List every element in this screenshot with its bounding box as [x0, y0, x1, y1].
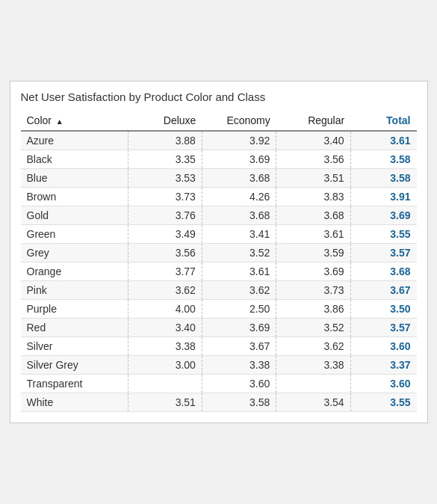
cell-total: 3.57 — [350, 319, 416, 337]
cell-total: 3.58 — [350, 169, 416, 188]
cell-total: 3.55 — [350, 225, 416, 244]
cell-deluxe — [128, 375, 202, 393]
cell-economy: 3.38 — [202, 356, 276, 375]
chart-card: Net User Satisfaction by Product Color a… — [10, 81, 428, 423]
cell-total: 3.69 — [350, 206, 416, 225]
table-row: Brown3.734.263.833.91 — [21, 188, 417, 206]
cell-deluxe: 3.38 — [128, 337, 202, 356]
table-row: Blue3.533.683.513.58 — [21, 169, 417, 188]
cell-color: Black — [21, 150, 128, 169]
cell-deluxe: 4.00 — [128, 300, 202, 319]
cell-total: 3.37 — [350, 356, 416, 375]
cell-color: Orange — [21, 262, 128, 281]
col-header-total[interactable]: Total — [350, 111, 416, 131]
cell-regular: 3.56 — [276, 150, 350, 169]
cell-regular: 3.52 — [276, 319, 350, 337]
table-header-row: Color ▲ Deluxe Economy Regular Total — [21, 111, 417, 131]
cell-economy: 3.60 — [202, 375, 276, 393]
col-header-economy[interactable]: Economy — [202, 111, 276, 131]
cell-economy: 3.69 — [202, 150, 276, 169]
cell-economy: 3.68 — [202, 206, 276, 225]
table-row: Green3.493.413.613.55 — [21, 225, 417, 244]
cell-deluxe: 3.62 — [128, 281, 202, 300]
cell-total: 3.60 — [350, 337, 416, 356]
cell-economy: 4.26 — [202, 188, 276, 206]
col-header-regular[interactable]: Regular — [276, 111, 350, 131]
table-row: Silver3.383.673.623.60 — [21, 337, 417, 356]
col-header-color[interactable]: Color ▲ — [21, 111, 128, 131]
cell-regular: 3.73 — [276, 281, 350, 300]
cell-total: 3.55 — [350, 393, 416, 412]
cell-total: 3.57 — [350, 244, 416, 262]
col-header-deluxe[interactable]: Deluxe — [128, 111, 202, 131]
table-row: Azure3.883.923.403.61 — [21, 131, 417, 150]
cell-color: Grey — [21, 244, 128, 262]
cell-deluxe: 3.00 — [128, 356, 202, 375]
cell-economy: 3.52 — [202, 244, 276, 262]
cell-deluxe: 3.49 — [128, 225, 202, 244]
cell-deluxe: 3.56 — [128, 244, 202, 262]
cell-deluxe: 3.76 — [128, 206, 202, 225]
cell-economy: 3.61 — [202, 262, 276, 281]
cell-color: Brown — [21, 188, 128, 206]
table-row: Black3.353.693.563.58 — [21, 150, 417, 169]
cell-deluxe: 3.77 — [128, 262, 202, 281]
cell-color: Purple — [21, 300, 128, 319]
cell-deluxe: 3.73 — [128, 188, 202, 206]
cell-deluxe: 3.35 — [128, 150, 202, 169]
cell-economy: 2.50 — [202, 300, 276, 319]
cell-deluxe: 3.51 — [128, 393, 202, 412]
cell-color: White — [21, 393, 128, 412]
table-row: Silver Grey3.003.383.383.37 — [21, 356, 417, 375]
chart-title: Net User Satisfaction by Product Color a… — [21, 90, 417, 103]
cell-total: 3.61 — [350, 131, 416, 150]
cell-regular — [276, 375, 350, 393]
cell-regular: 3.51 — [276, 169, 350, 188]
cell-economy: 3.62 — [202, 281, 276, 300]
cell-regular: 3.83 — [276, 188, 350, 206]
sort-icon: ▲ — [56, 117, 63, 126]
table-body: Azure3.883.923.403.61Black3.353.693.563.… — [21, 131, 417, 412]
cell-color: Silver — [21, 337, 128, 356]
cell-economy: 3.92 — [202, 131, 276, 150]
cell-regular: 3.68 — [276, 206, 350, 225]
cell-color: Pink — [21, 281, 128, 300]
table-row: White3.513.583.543.55 — [21, 393, 417, 412]
cell-economy: 3.41 — [202, 225, 276, 244]
table-row: Grey3.563.523.593.57 — [21, 244, 417, 262]
cell-total: 3.60 — [350, 375, 416, 393]
cell-deluxe: 3.40 — [128, 319, 202, 337]
cell-regular: 3.59 — [276, 244, 350, 262]
cell-deluxe: 3.53 — [128, 169, 202, 188]
cell-regular: 3.62 — [276, 337, 350, 356]
cell-color: Gold — [21, 206, 128, 225]
cell-regular: 3.38 — [276, 356, 350, 375]
cell-total: 3.67 — [350, 281, 416, 300]
table-row: Pink3.623.623.733.67 — [21, 281, 417, 300]
table-row: Gold3.763.683.683.69 — [21, 206, 417, 225]
cell-color: Transparent — [21, 375, 128, 393]
cell-color: Azure — [21, 131, 128, 150]
cell-color: Blue — [21, 169, 128, 188]
cell-color: Green — [21, 225, 128, 244]
cell-economy: 3.69 — [202, 319, 276, 337]
cell-total: 3.68 — [350, 262, 416, 281]
cell-economy: 3.58 — [202, 393, 276, 412]
cell-regular: 3.61 — [276, 225, 350, 244]
data-table: Color ▲ Deluxe Economy Regular Total Azu… — [21, 111, 417, 412]
cell-total: 3.58 — [350, 150, 416, 169]
cell-total: 3.91 — [350, 188, 416, 206]
cell-economy: 3.67 — [202, 337, 276, 356]
table-row: Purple4.002.503.863.50 — [21, 300, 417, 319]
cell-regular: 3.40 — [276, 131, 350, 150]
cell-economy: 3.68 — [202, 169, 276, 188]
cell-regular: 3.86 — [276, 300, 350, 319]
cell-color: Silver Grey — [21, 356, 128, 375]
cell-color: Red — [21, 319, 128, 337]
cell-regular: 3.54 — [276, 393, 350, 412]
table-row: Red3.403.693.523.57 — [21, 319, 417, 337]
table-row: Orange3.773.613.693.68 — [21, 262, 417, 281]
cell-deluxe: 3.88 — [128, 131, 202, 150]
table-row: Transparent3.603.60 — [21, 375, 417, 393]
cell-total: 3.50 — [350, 300, 416, 319]
